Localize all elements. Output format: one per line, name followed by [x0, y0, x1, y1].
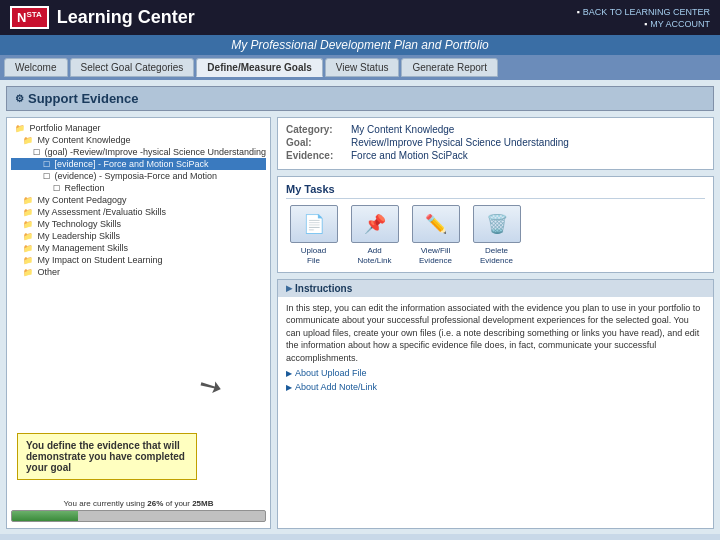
nav-welcome[interactable]: Welcome	[4, 58, 68, 77]
progress-text: You are currently using 26% of your 25MB	[11, 499, 266, 508]
upload-file-button[interactable]: 📄 UploadFile	[286, 205, 341, 265]
view-fill-evidence-button[interactable]: ✏️ View/FillEvidence	[408, 205, 463, 265]
tree-content-knowledge[interactable]: 📁 My Content Knowledge	[11, 134, 266, 146]
goal-label: Goal:	[286, 137, 351, 148]
view-fill-label: View/FillEvidence	[419, 246, 452, 265]
add-note-link-button[interactable]: 📌 AddNote/Link	[347, 205, 402, 265]
checkbox-icon: ☐	[43, 172, 50, 181]
progress-area: You are currently using 26% of your 25MB	[11, 499, 266, 522]
category-value: My Content Knowledge	[351, 124, 454, 135]
upload-file-label: UploadFile	[301, 246, 326, 265]
section-header: Support Evidence	[6, 86, 714, 111]
tree-evidence-symposia[interactable]: ☐ (evidence) - Symposia-Force and Motion	[11, 170, 266, 182]
upload-file-icon: 📄	[290, 205, 338, 243]
nav-generate-report[interactable]: Generate Report	[401, 58, 498, 77]
delete-label: DeleteEvidence	[480, 246, 513, 265]
folder-icon: 📁	[23, 196, 33, 205]
progress-bar-background	[11, 510, 266, 522]
tree-reflection[interactable]: ☐ Reflection	[11, 182, 266, 194]
tree-portfolio-manager[interactable]: 📁 Portfolio Manager	[11, 122, 266, 134]
checkbox-icon: ☐	[53, 184, 60, 193]
right-panel: Category: My Content Knowledge Goal: Rev…	[277, 117, 714, 529]
tasks-buttons: 📄 UploadFile 📌 AddNote/Link ✏️ View/Fill…	[286, 205, 705, 265]
folder-icon: 📁	[23, 256, 33, 265]
folder-icon: 📁	[23, 268, 33, 277]
category-row: Category: My Content Knowledge	[286, 124, 705, 135]
folder-icon: 📁	[15, 124, 25, 133]
callout-arrow: ➘	[192, 367, 228, 407]
add-note-label: AddNote/Link	[358, 246, 392, 265]
tree-technology-skills[interactable]: 📁 My Technology Skills	[11, 218, 266, 230]
nav-bar: Welcome Select Goal Categories Define/Me…	[0, 55, 720, 80]
evidence-value: Force and Motion SciPack	[351, 150, 468, 161]
folder-icon: 📁	[23, 208, 33, 217]
tree-assessment-skills[interactable]: 📁 My Assessment /Evaluatio Skills	[11, 206, 266, 218]
nav-view-status[interactable]: View Status	[325, 58, 400, 77]
nav-define-measure[interactable]: Define/Measure Goals	[196, 58, 322, 77]
instructions-body: In this step, you can edit the informati…	[286, 302, 705, 365]
tree-management-skills[interactable]: 📁 My Management Skills	[11, 242, 266, 254]
page-body: Support Evidence 📁 Portfolio Manager 📁 M…	[0, 80, 720, 534]
header-links: BACK TO LEARNING CENTER MY ACCOUNT	[577, 7, 710, 29]
callout-box: You define the evidence that will demons…	[17, 433, 197, 480]
folder-icon: 📁	[23, 220, 33, 229]
tree-impact-learning[interactable]: 📁 My Impact on Student Learning	[11, 254, 266, 266]
checkbox-icon: ☐	[43, 160, 50, 169]
left-panel: 📁 Portfolio Manager 📁 My Content Knowled…	[6, 117, 271, 529]
checkbox-icon: ☐	[33, 148, 40, 157]
tasks-title: My Tasks	[286, 183, 705, 199]
progress-bar-fill	[12, 511, 78, 521]
site-title: Learning Center	[57, 7, 195, 28]
tree-evidence-scipack[interactable]: ☐ [evidence] - Force and Motion SciPack	[11, 158, 266, 170]
page-header: NSTA Learning Center BACK TO LEARNING CE…	[0, 0, 720, 35]
tasks-section: My Tasks 📄 UploadFile 📌 AddNote/Link ✏️ …	[277, 176, 714, 272]
about-upload-link[interactable]: About Upload File	[286, 368, 705, 378]
my-account-link[interactable]: MY ACCOUNT	[644, 19, 710, 29]
delete-evidence-button[interactable]: 🗑️ DeleteEvidence	[469, 205, 524, 265]
tree-leadership-skills[interactable]: 📁 My Leadership Skills	[11, 230, 266, 242]
goal-value: Review/Improve Physical Science Understa…	[351, 137, 569, 148]
logo-area: NSTA Learning Center	[10, 6, 195, 29]
delete-icon: 🗑️	[473, 205, 521, 243]
about-add-note-link[interactable]: About Add Note/Link	[286, 382, 705, 392]
add-note-icon: 📌	[351, 205, 399, 243]
view-fill-icon: ✏️	[412, 205, 460, 243]
folder-icon: 📁	[23, 244, 33, 253]
category-label: Category:	[286, 124, 351, 135]
main-layout: 📁 Portfolio Manager 📁 My Content Knowled…	[6, 117, 714, 529]
back-to-learning-center-link[interactable]: BACK TO LEARNING CENTER	[577, 7, 710, 17]
folder-icon: 📁	[23, 136, 33, 145]
nav-goal-categories[interactable]: Select Goal Categories	[70, 58, 195, 77]
sub-header: My Professional Development Plan and Por…	[0, 35, 720, 55]
tree-content-pedagogy[interactable]: 📁 My Content Pedagogy	[11, 194, 266, 206]
instructions-section: Instructions In this step, you can edit …	[277, 279, 714, 530]
evidence-label: Evidence:	[286, 150, 351, 161]
nsta-logo: NSTA	[10, 6, 49, 29]
tree-goal-item[interactable]: ☐ (goal) -Review/Improve -hysical Scienc…	[11, 146, 266, 158]
folder-icon: 📁	[23, 232, 33, 241]
goal-row: Goal: Review/Improve Physical Science Un…	[286, 137, 705, 148]
instructions-header[interactable]: Instructions	[278, 280, 713, 297]
info-box: Category: My Content Knowledge Goal: Rev…	[277, 117, 714, 170]
tree-other[interactable]: 📁 Other	[11, 266, 266, 278]
evidence-row: Evidence: Force and Motion SciPack	[286, 150, 705, 161]
